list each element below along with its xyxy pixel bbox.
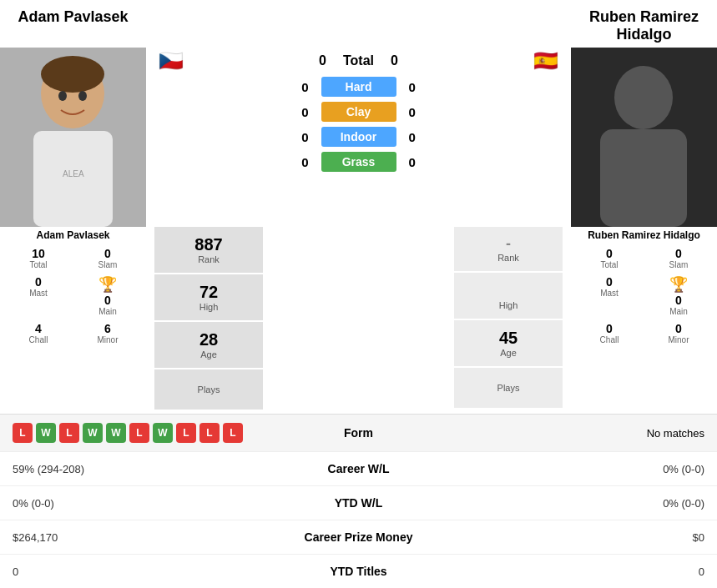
form-badge-w: W [153,423,173,443]
left-flag: 🇨🇿 [159,49,184,73]
svg-rect-9 [600,129,687,227]
photos-row: ALEA 🇨🇿 0 Total 0 🇪🇸 0Hard00Clay00Indoor… [0,48,717,227]
total-left: 0 [319,53,326,68]
trophy-icon-left: 🏆 [98,276,117,293]
names-row: Adam Pavlasek Ruben Ramirez Hidalgo [0,0,717,48]
form-badges: LWLWWLWLLL [13,423,275,443]
left-age-lbl: Age [159,349,259,359]
boxes-and-surfaces: Adam Pavlasek 10 Total 0 Slam 0 Mast 🏆 0 [0,227,717,410]
surface-row-grass: 0Grass0 [150,149,567,174]
right-rank-lbl: Rank [458,253,558,263]
surface-rows: 0Hard00Clay00Indoor00Grass0 [150,74,567,174]
surf-score-right: 0 [409,80,426,94]
left-player-photo: ALEA [0,48,146,227]
right-plays-lbl: Plays [458,383,558,393]
titles-right: 0 [442,565,705,578]
ytd-wl-left: 0% (0-0) [13,497,275,510]
left-high-lbl: High [159,302,259,312]
total-right: 0 [391,53,398,68]
career-wl-left: 59% (294-208) [13,463,275,475]
right-main: 🏆 0 Main [644,273,713,319]
right-player-photo [571,48,717,227]
form-badge-l: L [176,423,196,443]
left-mast: 0 Mast [4,273,73,319]
surface-row-clay: 0Clay0 [150,99,567,124]
left-total: 10 Total [4,244,73,272]
left-mini-stats: 10 Total 0 Slam 0 Mast 🏆 0 Main 4 [4,244,142,347]
surface-row-hard: 0Hard0 [150,74,567,99]
right-age-box: 45 Age [454,320,563,366]
form-right: No matches [442,427,705,440]
career-wl-label: Career W/L [275,462,442,475]
right-slam: 0 Slam [644,244,713,272]
form-badge-l: L [129,423,149,443]
right-chall: 0 Chall [575,319,644,347]
left-age-val: 28 [159,330,259,349]
form-badge-l: L [199,423,220,443]
left-age-box: 28 Age [154,322,263,368]
prize-label: Career Prize Money [275,530,442,544]
right-plays-box: Plays [454,368,563,408]
right-age-val: 45 [458,329,558,348]
main-container: Adam Pavlasek Ruben Ramirez Hidalgo [0,0,717,588]
surf-score-left: 0 [292,105,309,119]
surf-score-left: 0 [292,155,309,169]
left-rank-val: 887 [159,235,259,254]
left-rank-lbl: Rank [159,254,259,264]
right-rank-box: - Rank [454,227,563,271]
ytd-wl-row: 0% (0-0) YTD W/L 0% (0-0) [0,485,717,520]
svg-point-5 [78,91,87,101]
right-player-name-below: Ruben Ramirez Hidalgo [575,229,713,241]
surf-score-right: 0 [409,105,426,119]
ytd-wl-right: 0% (0-0) [442,497,705,510]
ytd-titles-row: 0 YTD Titles 0 [0,554,717,588]
left-stat-boxes: 887 Rank 72 High 28 Age Plays [154,227,263,410]
right-rank-val: - [458,235,558,253]
svg-rect-3 [33,131,113,227]
career-wl-row: 59% (294-208) Career W/L 0% (0-0) [0,451,717,485]
left-high-val: 72 [159,283,259,302]
right-high-box: High [454,273,563,319]
surf-badge-grass: Grass [321,152,396,172]
form-badge-w: W [106,423,126,443]
form-badge-l: L [13,423,33,443]
total-label: Total [343,53,374,68]
surf-score-left: 0 [292,80,309,94]
titles-left: 0 [13,565,275,578]
center-stats: 🇨🇿 0 Total 0 🇪🇸 0Hard00Clay00Indoor00Gra… [146,48,571,227]
surf-score-left: 0 [292,130,309,144]
surf-badge-hard: Hard [321,77,396,97]
left-high-box: 72 High [154,274,263,320]
left-player-name: Adam Pavlasek [0,8,146,26]
left-main: 🏆 0 Main [73,273,142,319]
surf-score-right: 0 [409,130,426,144]
form-badge-w: W [36,423,56,443]
right-mast: 0 Mast [575,273,644,319]
left-player-info: Adam Pavlasek 10 Total 0 Slam 0 Mast 🏆 0 [0,227,146,410]
left-plays-lbl: Plays [159,384,259,395]
career-wl-right: 0% (0-0) [442,463,705,475]
left-rank-box: 887 Rank [154,227,263,273]
right-player-info: Ruben Ramirez Hidalgo 0 Total 0 Slam 0 M… [571,227,717,410]
right-high-lbl: High [458,300,558,310]
trophy-icon-right: 🏆 [669,276,688,293]
svg-point-8 [614,66,673,129]
left-slam: 0 Slam [73,244,142,272]
surf-badge-indoor: Indoor [321,127,396,147]
left-player-name-below: Adam Pavlasek [4,229,142,241]
right-minor: 0 Minor [644,319,713,347]
left-minor: 6 Minor [73,319,142,347]
prize-left: $264,170 [13,531,275,544]
right-total: 0 Total [575,244,644,272]
right-player-name: Ruben Ramirez Hidalgo [571,8,717,43]
ytd-wl-label: YTD W/L [275,496,442,510]
right-stat-boxes: - Rank High 45 Age Plays [454,227,563,410]
svg-text:ALEA: ALEA [63,169,84,178]
surface-row-indoor: 0Indoor0 [150,124,567,149]
surf-badge-clay: Clay [321,102,396,122]
form-label: Form [275,426,442,440]
surf-score-right: 0 [409,155,426,169]
left-chall: 4 Chall [4,319,73,347]
titles-label: YTD Titles [275,565,442,578]
prize-right: $0 [442,531,705,544]
